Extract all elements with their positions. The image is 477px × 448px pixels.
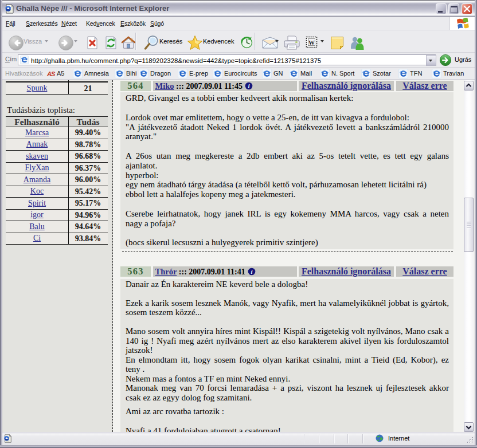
svg-text:W: W xyxy=(308,39,315,46)
